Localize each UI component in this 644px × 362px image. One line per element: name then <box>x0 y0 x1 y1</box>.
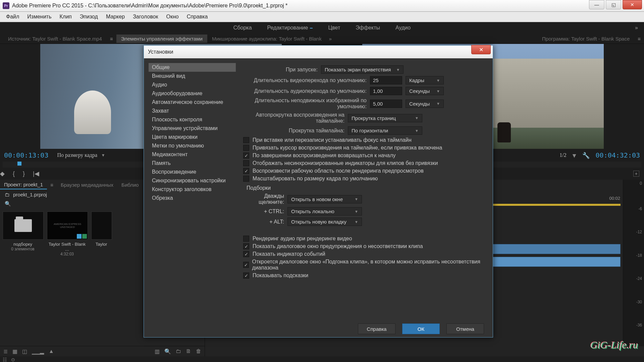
checkbox[interactable] <box>243 236 249 242</box>
search-icon[interactable]: 🔍 <box>5 201 11 207</box>
category-audio[interactable]: Аудио <box>149 80 236 89</box>
new-item-icon[interactable]: 🗎 <box>186 348 191 354</box>
ctrl-dropdown[interactable]: Открыть локально▼ <box>287 207 362 216</box>
checkbox-row[interactable]: ✓Показывать подсказки <box>243 273 485 279</box>
help-button[interactable]: Справка <box>358 323 395 334</box>
window-close-button[interactable]: ✕ <box>623 0 642 9</box>
category-trim[interactable]: Обрезка <box>149 194 236 202</box>
category-device-control[interactable]: Управление устройствами <box>149 124 236 133</box>
tab-overflow-icon[interactable]: » <box>326 36 334 42</box>
menu-window[interactable]: Окно <box>162 12 182 21</box>
workspace-overflow-icon[interactable]: » <box>635 25 638 31</box>
source-zoom-select[interactable]: По размеру кадра <box>57 152 97 158</box>
still-duration-unit-dropdown[interactable]: Секунды▼ <box>406 100 444 108</box>
category-appearance[interactable]: Внешний вид <box>149 72 236 80</box>
startup-dropdown[interactable]: Показать экран приветствия▼ <box>321 65 404 74</box>
bin-item[interactable]: Taylor <box>91 212 111 247</box>
checkbox[interactable] <box>243 176 249 182</box>
category-audio-hardware[interactable]: Аудиооборудование <box>149 89 236 98</box>
checkbox-row[interactable]: Отображать несинхронизированные индикато… <box>243 160 485 166</box>
checkbox[interactable] <box>243 145 249 151</box>
category-label-colors[interactable]: Цвета маркировки <box>149 133 236 141</box>
still-duration-field[interactable] <box>370 100 402 108</box>
menu-sequence[interactable]: Эпизод <box>76 12 102 21</box>
menu-help[interactable]: Справка <box>183 12 212 21</box>
out-point-icon[interactable]: } <box>23 170 25 177</box>
category-label-defaults[interactable]: Метки по умолчанию <box>149 141 236 150</box>
window-minimize-button[interactable]: — <box>589 0 604 9</box>
audio-transition-field[interactable] <box>370 87 402 95</box>
tab-project[interactable]: Проект: proekt_1 <box>0 180 47 189</box>
checkbox-row[interactable]: ✓Показать индикатор событий <box>243 251 485 257</box>
checkbox[interactable]: ✓ <box>243 251 249 257</box>
add-button-icon[interactable]: + <box>633 171 639 177</box>
video-transition-unit-dropdown[interactable]: Кадры▼ <box>406 76 444 84</box>
checkbox-row[interactable]: ✓По завершении воспроизведения возвращат… <box>243 153 485 159</box>
video-transition-field[interactable] <box>370 76 402 84</box>
menu-file[interactable]: Файл <box>2 12 23 21</box>
checkbox[interactable]: ✓ <box>243 262 249 268</box>
scroll-dropdown[interactable]: По горизонтали▼ <box>348 126 422 135</box>
checkbox[interactable] <box>243 137 249 143</box>
dialog-close-button[interactable]: ✕ <box>471 45 491 54</box>
alt-dropdown[interactable]: Открыть новую вкладку▼ <box>287 218 362 226</box>
category-capture[interactable]: Захват <box>149 107 236 115</box>
category-memory[interactable]: Память <box>149 159 236 168</box>
icon-view-icon[interactable]: ▦ <box>12 348 17 355</box>
menu-clip[interactable]: Клип <box>56 12 76 21</box>
bin-item[interactable]: подборку 0 элементов <box>3 212 43 251</box>
category-media[interactable]: Медиаконтент <box>149 150 236 159</box>
list-view-icon[interactable]: ≣ <box>3 348 8 355</box>
doubleclick-dropdown[interactable]: Открыть в новом окне▼ <box>287 195 362 203</box>
checkbox[interactable]: ✓ <box>243 168 249 174</box>
bin-item[interactable]: AMERICAN EXPRESS UNSTAGED Taylor Swift -… <box>47 212 87 256</box>
trash-icon[interactable]: 🗑 <box>196 348 201 354</box>
menu-title[interactable]: Заголовок <box>129 12 162 21</box>
tab-program[interactable]: Программа: Taylor Swift - Blank Space <box>537 35 634 43</box>
tab-effect-controls[interactable]: Элементы управления эффектами <box>116 35 207 43</box>
workspace-audio[interactable]: Аудио <box>395 25 411 31</box>
checkbox-row[interactable]: Рендеринг аудио при рендеринге видео <box>243 236 485 242</box>
tab-audio-mixer[interactable]: Микширование аудиоклипа: Taylor Swift - … <box>207 35 326 43</box>
automate-icon[interactable]: ▥ <box>155 348 160 355</box>
in-point-icon[interactable]: { <box>13 170 15 177</box>
workspace-color[interactable]: Цвет <box>328 25 340 31</box>
cancel-button[interactable]: Отмена <box>446 323 484 334</box>
ok-button[interactable]: ОК <box>402 323 440 334</box>
menu-edit[interactable]: Изменить <box>23 12 55 21</box>
checkbox-row[interactable]: При вставке или перезаписи устанавливать… <box>243 137 485 143</box>
category-titler[interactable]: Конструктор заголовков <box>149 185 236 194</box>
tab-libraries[interactable]: Библио <box>117 181 143 189</box>
window-maximize-button[interactable]: ◱ <box>606 0 621 9</box>
panel-menu-icon[interactable]: ≡ <box>47 182 57 188</box>
new-bin-icon[interactable]: 🗀 <box>176 348 181 354</box>
checkbox[interactable]: ✓ <box>243 243 249 249</box>
checkbox-row[interactable]: ✓Откроется диалоговое окно «Подгонка кли… <box>243 259 485 271</box>
checkbox-row[interactable]: ✓Показать диалоговое окно предупреждения… <box>243 243 485 249</box>
category-control-surface[interactable]: Плоскость контроля <box>149 115 236 124</box>
freeform-icon[interactable]: ◫ <box>22 348 27 355</box>
checkbox[interactable]: ✓ <box>243 273 249 279</box>
panel-menu-icon[interactable]: ≡ <box>107 36 116 42</box>
audio-transition-unit-dropdown[interactable]: Секунды▼ <box>406 87 444 95</box>
workspace-effects[interactable]: Эффекты <box>356 25 380 31</box>
checkbox[interactable] <box>243 160 249 166</box>
workspace-assembly[interactable]: Сборка <box>233 25 252 31</box>
sort-icon[interactable]: ▲ <box>49 348 54 354</box>
checkbox-row[interactable]: Масштабировать по размеру кадра по умолч… <box>243 176 485 182</box>
wrench-icon[interactable]: 🔧 <box>582 152 590 159</box>
marker-icon[interactable]: ◆ <box>0 170 5 177</box>
workspace-editing[interactable]: Редактирование <box>267 25 313 31</box>
category-playback[interactable]: Воспроизведение <box>149 168 236 176</box>
tab-media-browser[interactable]: Браузер медиаданных <box>57 181 117 189</box>
category-general[interactable]: Общие <box>149 63 236 72</box>
zoom-slider[interactable]: ▁▁▂ <box>32 348 44 355</box>
menu-marker[interactable]: Маркер <box>102 12 129 21</box>
find-icon[interactable]: 🔍 <box>164 348 171 355</box>
category-sync-settings[interactable]: Синхронизировать настройки <box>149 176 236 185</box>
panel-menu-icon[interactable]: ≡ <box>634 36 644 42</box>
checkbox-row[interactable]: Привязать курсор воспроизведения на тайм… <box>243 145 485 151</box>
step-back-icon[interactable]: |◀ <box>33 170 39 177</box>
category-autosave[interactable]: Автоматическое сохранение <box>149 98 236 107</box>
autoscroll-dropdown[interactable]: Прокрутка страниц▼ <box>348 114 422 122</box>
